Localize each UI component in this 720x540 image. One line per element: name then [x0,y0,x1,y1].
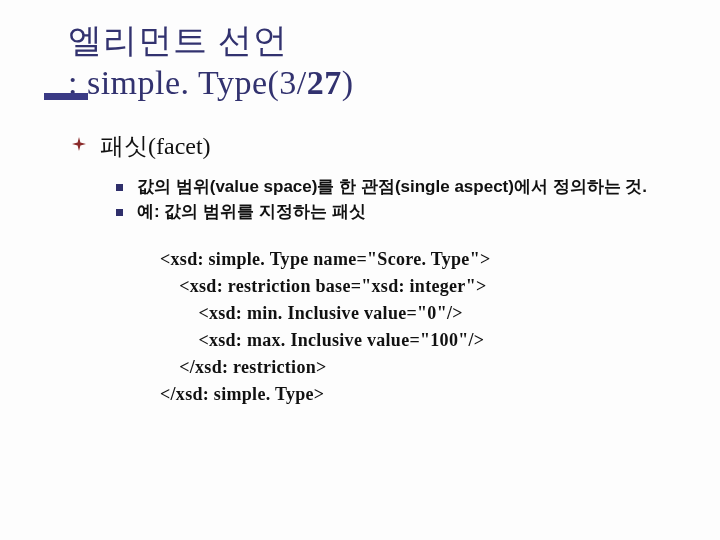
title-line-2-suffix: ) [342,64,354,101]
bullet-list: 값의 범위(value space)를 한 관점(single aspect)에… [72,176,680,224]
square-bullet-icon [116,184,123,191]
code-sample: <xsd: simple. Type name="Score. Type"> <… [72,246,680,408]
title-line-2: : simple. Type(3/27) [68,64,680,102]
list-item-text: 예: 값의 범위를 지정하는 패싯 [137,201,366,224]
list-item: 예: 값의 범위를 지정하는 패싯 [116,201,680,224]
star-bullet-icon [72,137,86,151]
square-bullet-icon [116,209,123,216]
section-heading: 패싯(facet) [100,130,211,162]
title-line-2-prefix: : simple. Type(3/ [68,64,307,101]
title-underline-decoration [44,93,88,100]
section-heading-row: 패싯(facet) [72,130,680,162]
list-item: 값의 범위(value space)를 한 관점(single aspect)에… [116,176,680,199]
slide-title: 엘리먼트 선언 : simple. Type(3/27) [68,18,680,102]
title-line-2-bold: 27 [307,64,342,101]
content-area: 패싯(facet) 값의 범위(value space)를 한 관점(singl… [68,130,680,408]
title-line-1: 엘리먼트 선언 [68,18,680,64]
list-item-text: 값의 범위(value space)를 한 관점(single aspect)에… [137,176,647,199]
slide-content: 엘리먼트 선언 : simple. Type(3/27) 패싯(facet) 값… [0,0,720,408]
